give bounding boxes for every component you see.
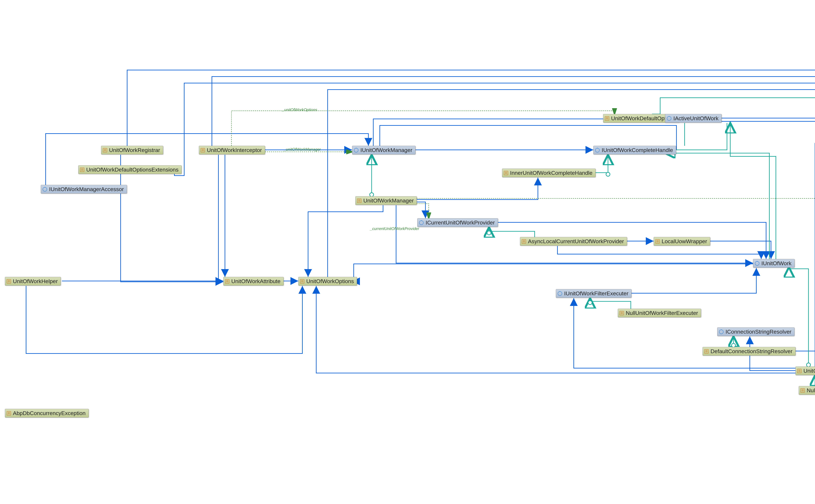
- class-icon: [655, 239, 660, 244]
- interface-icon: [755, 261, 759, 266]
- node-iunitofworkmanageraccessor[interactable]: IUnitOfWorkManagerAccessor: [41, 185, 127, 194]
- node-label: IUnitOfWork: [761, 260, 792, 266]
- node-iconnectionstringresolver[interactable]: IConnectionStringResolver: [717, 327, 794, 336]
- interface-icon: [43, 187, 47, 192]
- interface-icon: [595, 148, 600, 152]
- node-label: InnerUnitOfWorkCompleteHandle: [510, 170, 593, 176]
- edges-layer: [0, 0, 815, 504]
- class-icon: [357, 199, 361, 203]
- class-icon: [605, 116, 609, 121]
- node-label: IUnitOfWorkFilterExecuter: [564, 290, 628, 297]
- node-abpdbconcurrencyexception[interactable]: AbpDbConcurrencyException: [5, 409, 89, 418]
- node-label: NullUnitOfWork: [807, 387, 815, 394]
- svg-point-3: [588, 301, 592, 305]
- node-label: IConnectionStringResolver: [726, 329, 791, 335]
- node-label: IUnitOfWorkManagerAccessor: [49, 186, 124, 192]
- node-label: UnitOfWorkOptions: [306, 278, 354, 284]
- node-unitofworkinterceptor[interactable]: UnitOfWorkInterceptor: [199, 146, 265, 154]
- interface-icon: [419, 220, 424, 225]
- node-label: ICurrentUnitOfWorkProvider: [426, 219, 495, 226]
- interface-icon: [354, 148, 358, 152]
- node-label: UnitOfWorkRegistrar: [109, 147, 160, 153]
- node-label: UnitOfWorkAttribute: [231, 278, 280, 284]
- class-icon: [522, 239, 526, 244]
- node-unitofworkattribute[interactable]: UnitOfWorkAttribute: [223, 277, 284, 286]
- edge-label: _unitOfWorkOptions: [282, 108, 317, 112]
- class-icon: [704, 349, 709, 353]
- node-label: NullUnitOfWorkFilterExecuter: [626, 310, 698, 316]
- class-icon: [7, 279, 11, 283]
- class-icon: [797, 369, 801, 373]
- node-icurrentunitofworkprovider[interactable]: ICurrentUnitOfWorkProvider: [417, 218, 498, 227]
- node-unitofworkhelper[interactable]: UnitOfWorkHelper: [5, 277, 61, 286]
- node-unitofworkmanager[interactable]: UnitOfWorkManager: [355, 196, 417, 205]
- node-label: UnitOfWorkInterceptor: [207, 147, 262, 153]
- node-nullunitofworkfilterexecuter[interactable]: NullUnitOfWorkFilterExecuter: [618, 309, 701, 317]
- node-label: LocalUowWrapper: [662, 238, 707, 245]
- node-iactiveunitofwork[interactable]: IActiveUnitOfWork: [665, 114, 722, 123]
- svg-point-4: [732, 343, 735, 347]
- node-unitofworkregistrar[interactable]: UnitOfWorkRegistrar: [101, 146, 163, 154]
- node-label: IActiveUnitOfWork: [673, 115, 719, 122]
- node-label: UnitOfWorkDefaultOptionsExtensions: [86, 166, 178, 173]
- class-icon: [80, 168, 84, 172]
- class-icon: [7, 411, 11, 415]
- node-label: DefaultConnectionStringResolver: [711, 348, 793, 354]
- node-label: AsyncLocalCurrentUnitOfWorkProvider: [528, 238, 624, 245]
- node-nullunitofwork[interactable]: NullUnitOfWork: [799, 386, 815, 395]
- svg-point-1: [370, 193, 373, 197]
- node-label: UnitOfWorkHelper: [13, 278, 58, 284]
- node-iunitofworkfilterexecuter[interactable]: IUnitOfWorkFilterExecuter: [556, 289, 632, 298]
- class-icon: [620, 311, 624, 315]
- node-unitofworkdefaultoptionsextensions[interactable]: UnitOfWorkDefaultOptionsExtensions: [78, 165, 182, 174]
- node-unitofworkbase[interactable]: UnitOfWorkBase: [795, 367, 815, 375]
- svg-point-5: [807, 363, 810, 367]
- interface-icon: [558, 291, 562, 296]
- node-label: AbpDbConcurrencyException: [13, 410, 86, 416]
- node-asynclocalcurrentunitofworkprovider[interactable]: AsyncLocalCurrentUnitOfWorkProvider: [520, 237, 627, 246]
- node-innerunitofworkcompletehandle[interactable]: InnerUnitOfWorkCompleteHandle: [502, 169, 596, 177]
- node-label: UnitOfWorkBase: [803, 368, 815, 374]
- node-label: IUnitOfWorkCompleteHandle: [602, 147, 673, 153]
- interface-icon: [667, 116, 671, 121]
- class-icon: [225, 279, 229, 283]
- node-label: UnitOfWorkManager: [363, 197, 414, 204]
- class-icon: [504, 171, 508, 175]
- node-iunitofworkcompletehandle[interactable]: IUnitOfWorkCompleteHandle: [593, 146, 676, 154]
- node-unitofworkoptions[interactable]: UnitOfWorkOptions: [298, 277, 357, 286]
- node-localuowwrapper[interactable]: LocalUowWrapper: [654, 237, 710, 246]
- svg-point-2: [487, 231, 491, 235]
- interface-icon: [719, 330, 724, 334]
- node-iunitofwork[interactable]: IUnitOfWork: [753, 259, 795, 268]
- class-icon: [300, 279, 304, 283]
- svg-point-0: [606, 172, 610, 176]
- node-iunitofworkmanager[interactable]: IUnitOfWorkManager: [352, 146, 416, 154]
- class-icon: [103, 148, 107, 152]
- edge-label: _unitOfWorkManager: [284, 147, 321, 152]
- edge-label: _currentUnitOfWorkProvider: [370, 226, 419, 231]
- node-label: IUnitOfWorkManager: [360, 147, 413, 153]
- class-icon: [800, 388, 805, 393]
- class-icon: [201, 148, 205, 152]
- node-defaultconnectionstringresolver[interactable]: DefaultConnectionStringResolver: [703, 347, 796, 356]
